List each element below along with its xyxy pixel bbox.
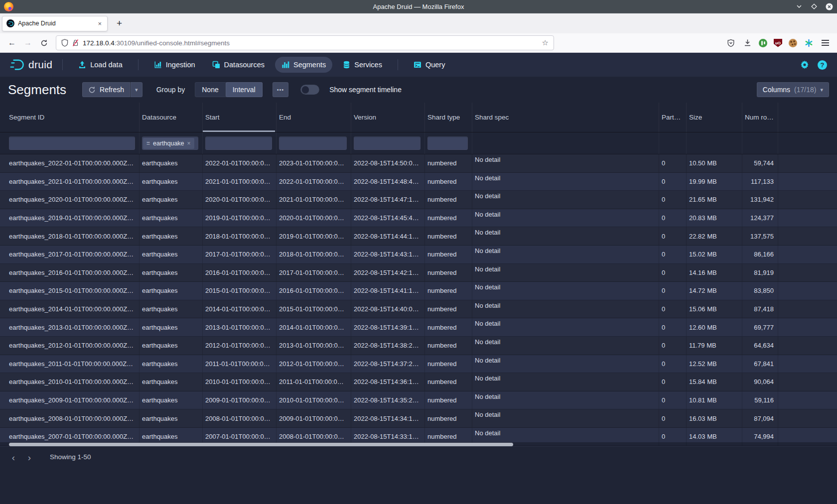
column-header-shard-spec[interactable]: Shard spec	[472, 103, 659, 132]
table-row: earthquakes_2012-01-01T00:00:00.000Z_2..…	[0, 337, 837, 355]
cell-size: 15.84 MB	[687, 373, 742, 391]
cell-shard-type: numbered	[425, 355, 472, 373]
cell-filler	[778, 264, 837, 282]
column-header-end[interactable]: End	[277, 103, 351, 132]
filter-datasource-input[interactable]: = earthquake ×	[142, 136, 198, 150]
forward-button[interactable]: →	[21, 36, 35, 50]
tab-apache-druid[interactable]: Apache Druid ×	[2, 16, 108, 31]
extension-green-icon[interactable]	[759, 39, 767, 47]
cell-segment-id: earthquakes_2019-01-01T00:00:00.000Z_2..…	[0, 209, 140, 227]
downloads-icon[interactable]	[742, 38, 752, 48]
insecure-lock-icon[interactable]	[72, 39, 79, 47]
column-header-partition[interactable]: Partition	[659, 103, 687, 132]
help-icon[interactable]: ?	[818, 60, 827, 70]
filter-version-input[interactable]	[354, 136, 420, 150]
cell-shard-type: numbered	[425, 337, 472, 355]
cell-datasource: earthquakes	[140, 264, 203, 282]
remove-filter-icon[interactable]: ×	[187, 140, 191, 147]
cell-num-rows: 67,841	[742, 355, 778, 373]
column-header-datasource[interactable]: Datasource	[140, 103, 203, 132]
filter-segment-id-input[interactable]	[9, 136, 135, 150]
cell-version: 2022-08-15T14:35:29.1...	[351, 391, 425, 409]
close-icon[interactable]	[825, 2, 833, 10]
column-header-shard-type[interactable]: Shard type	[425, 103, 472, 132]
previous-page-button[interactable]: ‹	[7, 451, 20, 464]
filter-chip-earthquake[interactable]: = earthquake ×	[143, 138, 194, 149]
ublock-origin-icon[interactable]: uO	[774, 39, 782, 47]
cell-num-rows: 87,094	[742, 409, 778, 427]
filter-start-input[interactable]	[205, 136, 272, 150]
cell-start: 2008-01-01T00:00:00.0...	[203, 409, 277, 427]
filter-shard-type-input[interactable]	[427, 136, 468, 150]
reload-button[interactable]	[37, 36, 51, 50]
cookie-extension-icon[interactable]	[789, 39, 797, 47]
extension-asterisk-icon[interactable]	[804, 38, 814, 48]
cell-shard-spec: No detail	[472, 300, 659, 318]
cell-datasource: earthquakes	[140, 337, 203, 355]
cell-end: 2015-01-01T00:00:00.0...	[277, 300, 351, 318]
druid-logo[interactable]: druid	[7, 58, 55, 71]
column-header-version[interactable]: Version	[351, 103, 425, 132]
refresh-button[interactable]: Refresh	[82, 82, 130, 97]
cell-partition: 0	[659, 154, 687, 172]
cell-start: 2013-01-01T00:00:00.0...	[203, 318, 277, 336]
minimize-icon[interactable]	[795, 2, 803, 10]
cell-end: 2010-01-01T00:00:00.0...	[277, 391, 351, 409]
chevron-down-icon: ▾	[135, 87, 138, 93]
group-by-interval-button[interactable]: Interval	[226, 82, 263, 97]
cell-segment-id: earthquakes_2021-01-01T00:00:00.000Z_2..…	[0, 173, 140, 191]
cell-shard-spec: No detail	[472, 318, 659, 336]
back-button[interactable]: ←	[5, 36, 19, 50]
column-header-size[interactable]: Size	[687, 103, 742, 132]
more-options-button[interactable]: •••	[273, 82, 289, 97]
group-by-none-button[interactable]: None	[195, 82, 225, 97]
new-tab-button[interactable]: +	[111, 18, 128, 29]
cell-size: 14.72 MB	[687, 282, 742, 300]
menu-icon[interactable]	[820, 38, 830, 48]
cell-end: 2013-01-01T00:00:00.0...	[277, 337, 351, 355]
settings-gear-icon[interactable]	[800, 60, 810, 70]
next-page-button[interactable]: ›	[23, 451, 36, 464]
column-header-num-rows[interactable]: Num rows	[742, 103, 778, 132]
nav-item-segments[interactable]: Segments	[275, 57, 332, 73]
pocket-shield-icon[interactable]	[726, 38, 736, 48]
cell-partition: 0	[659, 355, 687, 373]
cell-shard-spec: No detail	[472, 409, 659, 427]
cell-shard-type: numbered	[425, 264, 472, 282]
maximize-icon[interactable]	[810, 2, 818, 10]
refresh-label: Refresh	[100, 86, 124, 94]
cell-end: 2012-01-01T00:00:00.0...	[277, 355, 351, 373]
segment-timeline-toggle[interactable]	[300, 85, 319, 95]
columns-button[interactable]: Columns (17/18) ▾	[757, 82, 829, 97]
cell-version: 2022-08-15T14:39:12.5...	[351, 318, 425, 336]
refresh-interval-caret[interactable]: ▾	[130, 82, 142, 97]
column-header-segment-id[interactable]: Segment ID	[0, 103, 140, 132]
tab-close-icon[interactable]: ×	[96, 20, 103, 27]
bookmark-star-icon[interactable]: ☆	[542, 38, 549, 47]
cell-size: 14.16 MB	[687, 264, 742, 282]
nav-item-ingestion[interactable]: Ingestion	[147, 57, 202, 73]
tracking-shield-icon[interactable]	[61, 39, 68, 47]
cell-end: 2017-01-01T00:00:00.0...	[277, 264, 351, 282]
nav-item-datasources[interactable]: Datasources	[206, 57, 271, 73]
cell-size: 12.52 MB	[687, 355, 742, 373]
url-field[interactable]: 172.18.0.4:30109/unified-console.html#se…	[56, 35, 554, 50]
filter-end-input[interactable]	[279, 136, 347, 150]
horizontal-scrollbar-thumb[interactable]	[9, 443, 513, 446]
cell-filler	[778, 318, 837, 336]
cell-shard-spec: No detail	[472, 373, 659, 391]
table-header-row: Segment ID Datasource Start End Version …	[0, 103, 837, 132]
cell-shard-type: numbered	[425, 246, 472, 263]
cell-num-rows: 59,116	[742, 391, 778, 409]
column-header-start[interactable]: Start	[203, 103, 277, 132]
cell-num-rows: 131,942	[742, 191, 778, 209]
cell-segment-id: earthquakes_2017-01-01T00:00:00.000Z_2..…	[0, 246, 140, 263]
nav-item-query[interactable]: Query	[407, 57, 452, 73]
cell-start: 2017-01-01T00:00:00.0...	[203, 246, 277, 263]
cell-version: 2022-08-15T14:36:16.4...	[351, 373, 425, 391]
table-row: earthquakes_2013-01-01T00:00:00.000Z_2..…	[0, 318, 837, 337]
nav-item-services[interactable]: Services	[336, 57, 389, 73]
cell-partition: 0	[659, 391, 687, 409]
nav-item-load-data[interactable]: Load data	[72, 57, 129, 73]
table-filter-row: = earthquake ×	[0, 132, 837, 154]
